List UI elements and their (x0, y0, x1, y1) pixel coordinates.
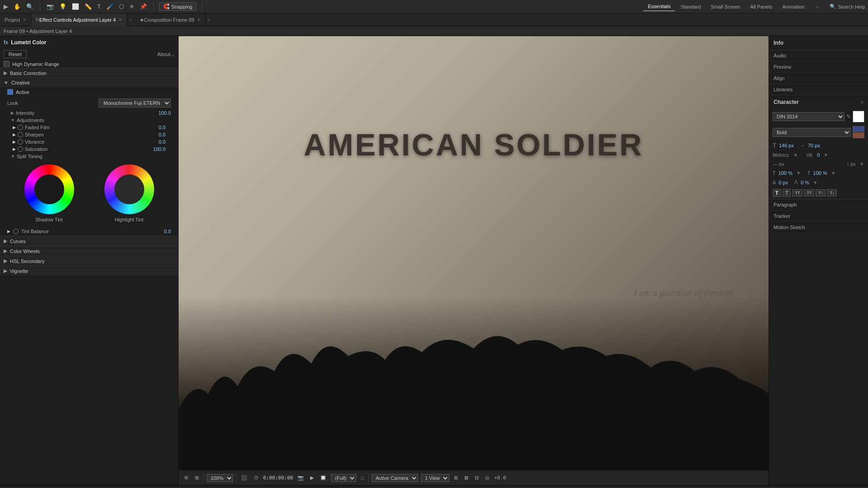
tracker-menu-item[interactable]: Tracker (769, 211, 868, 222)
tint-balance-expand[interactable]: ▶ (7, 229, 10, 234)
about-button[interactable]: About... (157, 52, 175, 57)
paragraph-menu-item[interactable]: Paragraph (769, 199, 868, 211)
character-options-icon[interactable]: ≡ (860, 99, 863, 105)
split-toning-row[interactable]: ▼ Split Toning (0, 153, 178, 160)
frame-04-tab[interactable]: Frame 04 (115, 486, 151, 488)
style-dropdown[interactable]: Bold (773, 128, 851, 137)
preview-btn[interactable]: ▶ (308, 474, 316, 482)
workspace-small-screen[interactable]: Small Screen (706, 2, 745, 11)
safe-margins-btn[interactable]: ⊠ (462, 474, 470, 482)
preview-menu-item[interactable]: Preview (769, 61, 868, 73)
hand-tool[interactable]: ✋ (13, 2, 22, 11)
workspace-essentials[interactable]: Essentials (643, 2, 675, 11)
character-section-header[interactable]: Character ≡ (769, 95, 868, 109)
vibrance-expand[interactable]: ▶ (13, 140, 16, 144)
viewer-layout-btn[interactable]: ⊞ (193, 474, 201, 482)
zoom-select[interactable]: 100% (207, 474, 233, 482)
frame-08-tab[interactable]: Frame 08 (262, 486, 298, 488)
tsf-value[interactable]: 0 % (801, 180, 809, 185)
comp-panel-expand[interactable]: ≡ (206, 17, 212, 23)
workspace-all-panels[interactable]: All Panels (745, 2, 777, 11)
shadow-tint-wheel[interactable] (24, 164, 74, 214)
font-size-value[interactable]: 146 px (779, 143, 794, 148)
vignette-section[interactable]: ▶ Vignette (0, 266, 178, 276)
va-value[interactable]: 0 (817, 152, 820, 158)
frame-07-tab[interactable]: Frame 07 (225, 486, 262, 488)
highlight-tint-wheel[interactable] (104, 164, 154, 214)
view-select[interactable]: 1 View (421, 474, 449, 482)
info-section-header[interactable]: Info (769, 36, 868, 50)
va-dropdown-icon[interactable]: ▼ (823, 152, 828, 158)
time-icon-btn[interactable]: ⏱ (252, 474, 260, 482)
resolution-btn[interactable]: □ (359, 474, 366, 482)
saturation-value[interactable]: 100.0 (150, 146, 165, 152)
project-tab[interactable]: Project ✕ (0, 14, 31, 26)
composition-tab[interactable]: ◈ Composition Frame 09 ✕ (135, 14, 205, 26)
sharpen-expand[interactable]: ▶ (13, 132, 16, 137)
roto-tool[interactable]: ✳ (128, 2, 135, 11)
comp-settings-btn[interactable]: ⬛ (239, 474, 249, 482)
frame-02-tab[interactable]: Frame 02 (42, 486, 78, 488)
color-swatch-red[interactable] (853, 132, 864, 138)
stamp-tool[interactable]: ⬡ (118, 2, 125, 11)
paint-tool[interactable]: 🖌️ (105, 2, 114, 11)
adjustments-header[interactable]: ▼ Adjustments (0, 117, 178, 124)
smallcaps-button[interactable]: TT (804, 189, 814, 197)
frame-06-tab[interactable]: Frame 06 (188, 486, 225, 488)
vscale-dropdown[interactable]: ▼ (831, 170, 836, 176)
hsl-secondary-section[interactable]: ▶ HSL Secondary (0, 256, 178, 266)
bold-button[interactable]: T (773, 189, 781, 197)
creative-section-header[interactable]: ▼ Creative (0, 78, 178, 87)
vscale-value[interactable]: 100 % (813, 170, 827, 176)
puppet-tool[interactable]: 📌 (139, 2, 148, 11)
pen-tool[interactable]: ✏️ (84, 2, 93, 11)
super-button[interactable]: T↑ (816, 189, 826, 197)
select-tool[interactable]: ▶ (3, 2, 9, 11)
faded-film-value[interactable]: 0.0 (150, 125, 165, 130)
kerning-dropdown[interactable]: ▼ (859, 161, 864, 167)
baseline-value[interactable]: 0 px (778, 180, 788, 185)
snapping-button[interactable]: 🧲 Snapping (159, 2, 197, 11)
faded-film-expand[interactable]: ▶ (13, 125, 16, 130)
text-tool[interactable]: T (96, 2, 102, 11)
basic-correction-section[interactable]: ▶ Basic Correction (0, 68, 178, 78)
audio-menu-item[interactable]: Audio (769, 50, 868, 61)
color-swatch-blue[interactable] (853, 126, 864, 132)
font-dropdown[interactable]: DIN 2014 (773, 112, 844, 121)
viewer-settings-btn[interactable]: ⚙ (182, 474, 190, 482)
curves-section[interactable]: ▶ Curves (0, 236, 178, 246)
vibrance-value[interactable]: 0.0 (150, 139, 165, 145)
workspace-standard[interactable]: Standard (676, 2, 705, 11)
frame-05-tab[interactable]: Frame 05 (151, 486, 188, 488)
motion-sketch-menu-item[interactable]: Motion Sketch (769, 222, 868, 233)
layer-controls-btn[interactable]: ⊟ (473, 474, 481, 482)
italic-button[interactable]: T (783, 189, 791, 197)
grid-btn[interactable]: ⊞ (452, 474, 460, 482)
workspace-animation[interactable]: Animation (778, 2, 809, 11)
font-pencil-icon[interactable]: ✎ (846, 113, 851, 120)
saturation-expand[interactable]: ▶ (13, 147, 16, 151)
sharpen-value[interactable]: 0.0 (150, 132, 165, 137)
color-wheels-section[interactable]: ▶ Color Wheels (0, 246, 178, 256)
frame-09-tab[interactable]: Frame 09 ✕ (298, 486, 340, 488)
comp-tab-close[interactable]: ✕ (197, 17, 201, 22)
render-queue-tab[interactable]: Render Queue (0, 486, 42, 488)
project-tab-close[interactable]: ✕ (23, 17, 26, 22)
motion-blur-btn[interactable]: ◎ (483, 474, 491, 482)
effect-controls-tab[interactable]: fx Effect Controls Adjustment Layer 4 ✕ (31, 14, 127, 26)
metrics-dropdown-icon[interactable]: ▼ (793, 152, 798, 158)
panel-expand-btn[interactable]: » (127, 17, 133, 23)
sub-button[interactable]: T↓ (827, 189, 837, 197)
quality-select[interactable]: (Full) (331, 474, 356, 482)
tracking-value[interactable]: 70 px (808, 143, 820, 148)
channel-btn[interactable]: 🔲 (318, 474, 328, 482)
zoom-tool[interactable]: 🔍 (25, 2, 34, 11)
light-tool[interactable]: 💡 (58, 2, 67, 11)
hdr-checkbox[interactable] (4, 61, 9, 67)
align-menu-item[interactable]: Align (769, 73, 868, 84)
hscale-value[interactable]: 100 % (778, 170, 793, 176)
active-camera-select[interactable]: Active Camera (372, 474, 418, 482)
look-dropdown[interactable]: Monochrome Fuji ETERN (99, 99, 171, 108)
tsf-dropdown[interactable]: ▼ (813, 180, 818, 185)
allcaps-button[interactable]: TT (792, 189, 802, 197)
